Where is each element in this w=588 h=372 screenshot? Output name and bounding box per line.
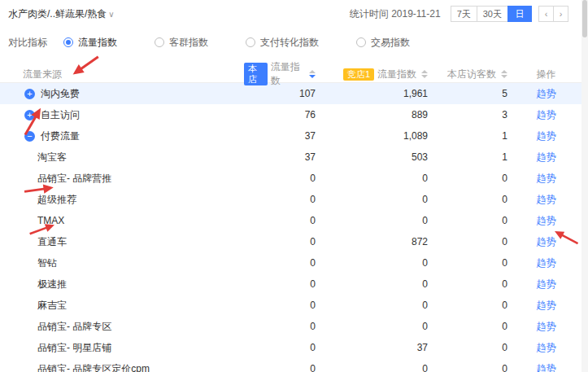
own-index-value: 0 <box>244 321 319 332</box>
visitors-value: 0 <box>431 215 511 226</box>
trend-link[interactable]: 趋势 <box>537 257 556 269</box>
expand-toggle-icon[interactable]: + <box>24 89 35 99</box>
competitor-index-value: 0 <box>319 215 431 226</box>
table-row[interactable]: 品销宝- 品牌营推 0 0 0 趋势 <box>0 168 581 189</box>
date-range-button[interactable]: 日 <box>507 6 532 22</box>
visitors-label: 本店访客数 <box>447 68 496 81</box>
own-index-value: 37 <box>244 130 319 142</box>
table-row[interactable]: 智钻 0 0 0 趋势 <box>0 252 581 274</box>
column-header-source: 流量来源 <box>0 68 244 81</box>
radio-icon <box>356 37 366 47</box>
visitors-value: 0 <box>431 257 511 269</box>
table-row[interactable]: 直通车 0 872 0 趋势 <box>0 231 581 252</box>
sort-icon[interactable] <box>309 70 316 78</box>
date-range-group: 7天30天日 <box>451 6 532 22</box>
own-index-value: 0 <box>244 300 319 311</box>
filter-options: 流量指数客群指数支付转化指数交易指数 <box>63 36 447 50</box>
visitors-value: 0 <box>431 342 511 353</box>
metric-radio[interactable]: 客群指数 <box>155 36 208 50</box>
trend-link[interactable]: 趋势 <box>537 173 556 184</box>
own-index-value: 0 <box>244 194 319 205</box>
visitors-value: 0 <box>431 278 511 290</box>
own-index-value: 107 <box>244 88 319 99</box>
vertical-scrollbar[interactable] <box>581 0 588 372</box>
table-body: + 淘内免费 107 1,961 5 趋势 + 自主访问 76 889 3 趋势… <box>0 83 581 372</box>
visitors-value: 0 <box>431 236 511 247</box>
competitor-index-value: 1,961 <box>319 88 431 99</box>
trend-link[interactable]: 趋势 <box>537 215 556 226</box>
traffic-source-label: 直通车 <box>37 235 67 249</box>
metric-radio-label: 支付转化指数 <box>260 36 319 50</box>
traffic-source-label: 极速推 <box>37 278 67 291</box>
traffic-source-label: TMAX <box>37 215 64 226</box>
own-index-value: 0 <box>244 215 319 226</box>
visitors-value: 0 <box>431 173 511 184</box>
competitor-badge: 竞店1 <box>343 68 374 81</box>
expand-toggle-icon[interactable]: − <box>24 131 35 142</box>
visitors-value: 1 <box>431 130 511 142</box>
date-range-button[interactable]: 30天 <box>477 6 508 22</box>
competitor-index-value: 1,089 <box>319 130 431 142</box>
prev-date-button[interactable]: ‹ <box>538 6 554 22</box>
metric-radio[interactable]: 流量指数 <box>63 36 117 50</box>
column-header-visitors: 本店访客数 <box>431 68 511 81</box>
scrollbar-thumb[interactable] <box>582 0 587 37</box>
radio-icon <box>246 37 255 47</box>
trend-link[interactable]: 趋势 <box>537 109 556 120</box>
expand-toggle-icon[interactable]: + <box>24 110 35 120</box>
visitors-value: 0 <box>431 363 511 372</box>
traffic-table: 流量来源 本店 流量指数 竞店1 流量指数 本店访客数 操作 + 淘内免费 10… <box>0 60 581 372</box>
metric-radio[interactable]: 支付转化指数 <box>246 36 319 50</box>
table-row[interactable]: 品销宝- 品牌专区 0 0 0 趋势 <box>0 316 581 337</box>
traffic-source-label: 淘宝客 <box>37 151 67 164</box>
visitors-value: 3 <box>431 109 511 120</box>
traffic-source-label: 付费流量 <box>41 129 80 143</box>
trend-link[interactable]: 趋势 <box>537 321 556 332</box>
date-nav-group: ‹ › <box>538 6 568 22</box>
metric-radio-label: 客群指数 <box>169 36 208 50</box>
trend-link[interactable]: 趋势 <box>537 88 556 99</box>
visitors-value: 0 <box>431 321 511 332</box>
column-header-competitor-index: 竞店1 流量指数 <box>319 68 431 81</box>
visitors-value: 0 <box>431 300 511 311</box>
metric-radio-label: 交易指数 <box>371 36 410 50</box>
trend-link[interactable]: 趋势 <box>537 300 556 311</box>
metric-radio[interactable]: 交易指数 <box>356 36 410 50</box>
table-row[interactable]: − 付费流量 37 1,089 1 趋势 <box>0 125 581 147</box>
metric-radio-label: 流量指数 <box>78 36 117 50</box>
competitor-index-value: 0 <box>319 194 431 205</box>
table-row[interactable]: 品销宝- 明星店铺 0 37 0 趋势 <box>0 337 581 358</box>
column-header-action: 操作 <box>511 68 581 81</box>
sort-icon[interactable] <box>421 70 428 78</box>
trend-link[interactable]: 趋势 <box>537 342 556 353</box>
competitor-index-value: 37 <box>319 342 431 353</box>
trend-link[interactable]: 趋势 <box>537 278 556 290</box>
table-row[interactable]: 麻吉宝 0 0 0 趋势 <box>0 295 581 316</box>
sort-icon[interactable] <box>501 70 507 78</box>
radio-icon <box>155 37 164 47</box>
table-row[interactable]: + 自主访问 76 889 3 趋势 <box>0 104 581 125</box>
visitors-value: 1 <box>431 151 511 163</box>
table-row[interactable]: 淘宝客 37 503 1 趋势 <box>0 147 581 168</box>
next-date-button[interactable]: › <box>553 6 568 22</box>
competitor-index-value: 0 <box>319 321 431 332</box>
trend-link[interactable]: 趋势 <box>537 236 556 247</box>
table-row[interactable]: 极速推 0 0 0 趋势 <box>0 274 581 295</box>
competitor-index-value: 889 <box>319 109 431 120</box>
compare-metric-row: 对比指标 流量指数客群指数支付转化指数交易指数 <box>0 34 588 50</box>
category-breadcrumb[interactable]: 水产肉类/..鲜蔬果/熟食∨ <box>8 7 115 21</box>
table-row[interactable]: 超级推荐 0 0 0 趋势 <box>0 189 581 210</box>
trend-link[interactable]: 趋势 <box>537 363 556 372</box>
trend-link[interactable]: 趋势 <box>537 130 556 142</box>
own-index-value: 0 <box>244 236 319 247</box>
trend-link[interactable]: 趋势 <box>537 151 556 163</box>
table-row[interactable]: 品销宝- 品牌专区定价cpm 0 0 0 趋势 <box>0 358 581 372</box>
trend-link[interactable]: 趋势 <box>537 194 556 205</box>
own-store-badge: 本店 <box>244 63 268 85</box>
table-row[interactable]: TMAX 0 0 0 趋势 <box>0 210 581 231</box>
traffic-source-label: 自主访问 <box>41 108 80 122</box>
competitor-index-value: 0 <box>319 363 431 372</box>
traffic-source-label: 品销宝- 品牌营推 <box>37 172 111 186</box>
date-range-button[interactable]: 7天 <box>451 6 477 22</box>
own-index-value: 0 <box>244 363 319 372</box>
